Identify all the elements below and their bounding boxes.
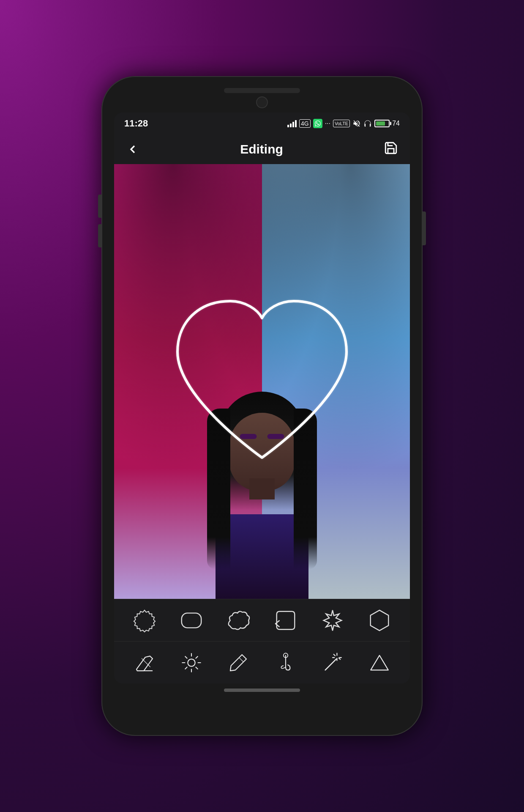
shape-toolbar [114,599,410,641]
svg-line-12 [185,667,187,669]
back-button[interactable] [126,143,139,156]
front-camera [256,96,268,108]
magic-wand-button[interactable] [316,646,349,680]
svg-line-13 [239,657,243,661]
brightness-button[interactable] [175,646,208,680]
status-bar: 11:28 4G ··· VoLTE [114,112,410,134]
svg-marker-22 [371,655,388,670]
power-button[interactable] [423,211,426,245]
svg-rect-0 [182,613,201,628]
svg-point-4 [188,659,195,666]
battery-percent: 74 [392,120,400,127]
brush-button[interactable] [221,646,255,680]
canvas-area[interactable] [114,164,410,599]
phone-speaker [224,88,300,93]
svg-marker-1 [371,610,389,630]
volte-icon: VoLTE [333,120,350,127]
svg-line-11 [196,656,197,658]
headphone-icon [363,119,372,128]
canvas-image [114,164,410,599]
status-time: 11:28 [124,118,148,129]
cloud-shape-button[interactable] [221,604,255,637]
edit-toolbar [114,641,410,683]
phone-device: 11:28 4G ··· VoLTE [101,76,423,736]
status-icons: 4G ··· VoLTE [287,119,400,128]
star-badge-button[interactable] [316,604,349,637]
heart-frame [156,280,368,483]
signal-icon [287,120,297,127]
color-drop-button[interactable] [269,646,303,680]
battery-icon [374,120,390,127]
save-button[interactable] [384,141,398,158]
label-shape-button[interactable] [269,604,303,637]
svg-line-9 [185,656,187,658]
svg-line-10 [196,667,197,669]
rounded-rect-button[interactable] [175,604,208,637]
svg-line-3 [142,658,150,667]
triangle-button[interactable] [363,646,396,680]
page-title: Editing [240,142,283,156]
hexagon-button[interactable] [363,604,396,637]
whatsapp-icon [313,119,322,128]
svg-line-20 [334,654,335,656]
badge-circle-button[interactable] [128,604,161,637]
home-indicator [224,689,300,692]
volume-up-button[interactable] [98,195,101,218]
4g-icon: 4G [299,119,311,128]
notification-dots: ··· [325,120,330,127]
phone-screen: 11:28 4G ··· VoLTE [114,112,410,683]
volume-down-button[interactable] [98,224,101,247]
mute-icon [352,119,361,128]
app-header: Editing [114,134,410,164]
bottom-tools [114,599,410,683]
svg-line-15 [325,659,336,670]
svg-line-21 [339,658,340,659]
eraser-button[interactable] [128,646,161,680]
